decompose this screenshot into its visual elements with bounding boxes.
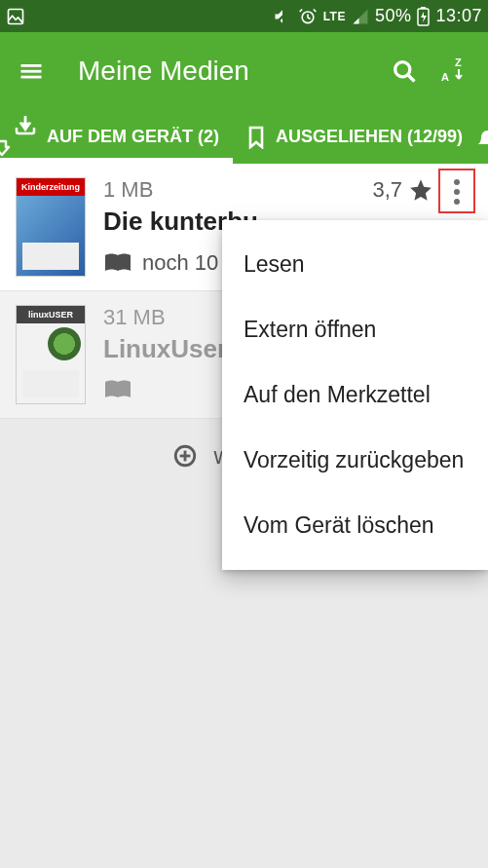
hamburger-menu-button[interactable] [8,48,55,94]
svg-text:A: A [441,71,449,83]
open-book-icon [103,378,132,401]
more-vert-icon [453,177,461,207]
download-icon [14,114,37,161]
file-size: 31 MB [103,305,166,330]
signal-icon [352,8,369,25]
mute-icon [273,7,292,26]
clock: 13:07 [435,6,482,26]
menu-return-early[interactable]: Vorzeitig zurückgeben [222,428,488,493]
image-icon [6,7,25,26]
menu-delete-device[interactable]: Vom Gerät löschen [222,493,488,558]
battery-charging-icon [417,7,430,26]
menu-open-external[interactable]: Extern öffnen [222,297,488,362]
open-book-icon [103,251,132,275]
star-icon [408,177,433,203]
svg-text:Z: Z [455,57,462,68]
svg-point-8 [395,62,410,77]
cover-thumbnail: Kinderzeitung [16,177,86,277]
bookmark-icon [246,126,266,149]
svg-line-9 [408,75,415,82]
svg-rect-7 [21,76,42,79]
menu-read[interactable]: Lesen [222,232,488,297]
svg-rect-5 [21,64,42,67]
alarm-icon [298,7,318,26]
svg-point-12 [454,179,460,185]
page-title: Meine Medien [78,56,249,87]
svg-rect-4 [421,7,426,9]
rating: 3,7 [372,177,433,203]
tab-notifications-partial[interactable] [476,125,488,150]
app-bar: Meine Medien Z A [0,32,488,110]
tab-on-device[interactable]: AUF DEM GERÄT (2) [0,110,233,164]
menu-add-watchlist[interactable]: Auf den Merkzettel [222,362,488,428]
svg-point-13 [454,189,460,195]
tab-borrowed[interactable]: AUSGELIEHEN (12/99) [233,110,476,164]
tab-bar: AUF DEM GERÄT (2) AUSGELIEHEN (12/99) [0,110,488,164]
status-bar: LTE 50% 13:07 [0,0,488,32]
file-size: 1 MB [103,177,153,203]
svg-point-14 [454,199,460,205]
context-menu: Lesen Extern öffnen Auf den Merkzettel V… [222,220,488,570]
search-button[interactable] [381,48,428,94]
cover-thumbnail: linuxUSER [16,305,86,404]
sort-button[interactable]: Z A [428,48,474,94]
battery-percent: 50% [375,6,412,26]
plus-circle-icon [172,443,198,469]
svg-rect-6 [21,70,42,73]
item-overflow-button[interactable] [437,177,476,207]
network-lte-label: LTE [323,10,346,23]
tab-on-device-label: AUF DEM GERÄT (2) [47,127,219,147]
tab-borrowed-label: AUSGELIEHEN (12/99) [276,127,463,147]
